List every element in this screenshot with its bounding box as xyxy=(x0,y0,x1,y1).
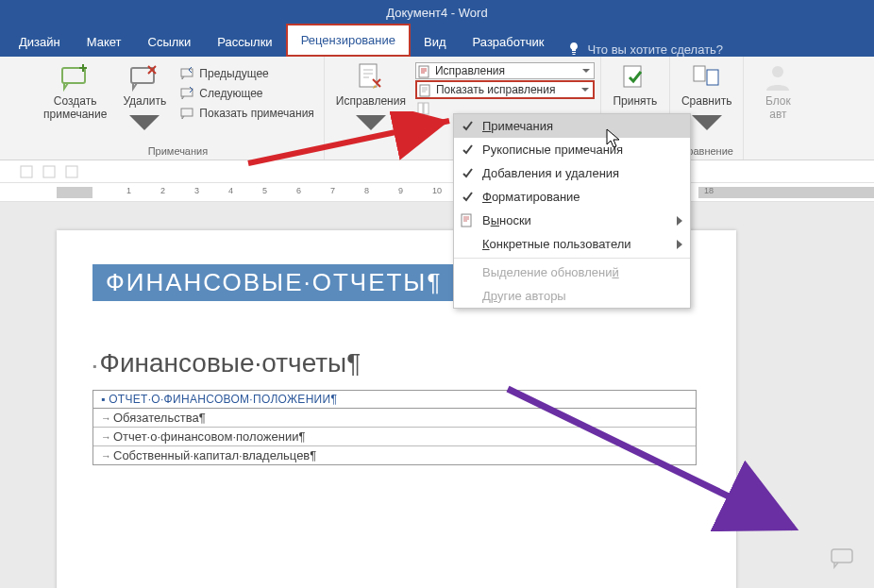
check-icon xyxy=(462,120,475,133)
ruler-mark: 7 xyxy=(330,186,335,195)
comment-delete-icon xyxy=(129,62,160,92)
check-icon xyxy=(462,191,475,204)
tab-references[interactable]: Ссылки xyxy=(135,27,205,57)
show-markup-select[interactable]: Показать исправления xyxy=(415,80,595,99)
show-markup-value: Показать исправления xyxy=(436,83,556,96)
reviewing-pane-select[interactable] xyxy=(415,100,595,102)
track-changes-label: Исправления xyxy=(336,94,406,108)
dropdown-item-label: Рукописные примечания xyxy=(482,143,623,157)
chevron-right-icon xyxy=(677,216,682,226)
tab-developer[interactable]: Разработчик xyxy=(460,27,558,57)
tool-icon[interactable] xyxy=(19,164,34,179)
tab-design[interactable]: Дизайн xyxy=(6,27,74,57)
svg-line-19 xyxy=(508,389,793,528)
next-comment-button[interactable]: Следующее xyxy=(176,84,318,103)
annotation-purple-arrow xyxy=(500,381,812,542)
cursor-icon xyxy=(606,128,623,149)
new-comment-button[interactable]: Создать примечание xyxy=(38,60,112,124)
chevron-down-icon xyxy=(582,67,590,75)
svg-rect-16 xyxy=(66,166,77,177)
ribbon-tabs: Дизайн Макет Ссылки Рассылки Рецензирова… xyxy=(0,25,874,57)
dropdown-item[interactable]: Рукописные примечания xyxy=(454,138,690,161)
block-authors-button[interactable]: Блок авт xyxy=(749,60,806,124)
accept-icon xyxy=(620,62,650,92)
svg-rect-7 xyxy=(420,85,429,96)
ruler-mark: 2 xyxy=(160,186,165,195)
ruler-mark: 18 xyxy=(704,186,714,195)
ruler[interactable]: 123456789101112131415161718 xyxy=(0,183,874,202)
dropdown-item-label: Выделение обновлений xyxy=(482,265,619,279)
doc-icon xyxy=(419,84,432,97)
group-protect: Блок авт xyxy=(744,57,812,160)
page-icon xyxy=(460,213,475,228)
ruler-mark: 3 xyxy=(194,186,199,195)
track-icon xyxy=(356,62,386,92)
comment-prev-icon xyxy=(180,66,195,81)
markup-display-select[interactable]: Исправления xyxy=(415,62,595,79)
prev-comment-button[interactable]: Предыдущее xyxy=(176,64,318,83)
tell-me-text: Что вы хотите сделать? xyxy=(587,42,723,57)
document-area[interactable]: ФИНАНСОВЫЕ·ОТЧЕТЫ¶ ▪ Финансовые·отчеты¶ … xyxy=(0,202,874,588)
annotation-red-arrow xyxy=(244,111,461,168)
svg-rect-6 xyxy=(419,66,429,77)
delete-comment-label: Удалить xyxy=(123,94,166,108)
ruler-mark: 8 xyxy=(364,186,369,195)
svg-rect-15 xyxy=(43,166,55,177)
group-comments-label: Примечания xyxy=(148,143,209,158)
ruler-mark: 4 xyxy=(228,186,233,195)
lightbulb-icon xyxy=(566,42,581,57)
comment-add-icon xyxy=(60,62,91,92)
dropdown-item-label: Выноски xyxy=(482,213,531,227)
svg-rect-4 xyxy=(181,109,193,116)
svg-rect-20 xyxy=(832,549,852,563)
doc-banner: ФИНАНСОВЫЕ·ОТЧЕТЫ¶ xyxy=(92,264,455,301)
doc-heading: ▪ Финансовые·отчеты¶ xyxy=(92,348,736,378)
markup-display-value: Исправления xyxy=(435,64,505,77)
tab-review[interactable]: Рецензирование xyxy=(286,24,411,57)
ruler-mark: 5 xyxy=(262,186,267,195)
new-comment-label: Создать примечание xyxy=(43,94,107,122)
svg-point-13 xyxy=(772,66,783,77)
next-comment-label: Следующее xyxy=(199,87,262,100)
dropdown-item[interactable]: Конкретные пользователи xyxy=(454,232,690,256)
svg-rect-3 xyxy=(181,89,193,96)
dropdown-item[interactable]: Выноски xyxy=(454,209,690,232)
compare-label: Сравнить xyxy=(681,94,731,108)
dropdown-item-label: Добавления и удаления xyxy=(482,166,619,180)
tell-me[interactable]: Что вы хотите сделать? xyxy=(557,42,732,57)
chevron-down-icon xyxy=(692,108,722,138)
prev-comment-label: Предыдущее xyxy=(199,67,268,80)
compare-icon xyxy=(692,62,722,92)
tab-layout[interactable]: Макет xyxy=(74,27,135,57)
person-icon xyxy=(763,62,793,92)
ruler-mark: 6 xyxy=(296,186,301,195)
tool-icon[interactable] xyxy=(42,164,57,179)
tool-icon[interactable] xyxy=(64,164,79,179)
chevron-right-icon xyxy=(677,240,682,249)
ruler-mark: 9 xyxy=(398,186,403,195)
ruler-mark: 10 xyxy=(432,186,442,195)
svg-rect-14 xyxy=(21,166,32,177)
svg-rect-2 xyxy=(181,69,193,76)
chevron-down-icon xyxy=(129,108,160,138)
comment-balloon-icon[interactable] xyxy=(831,548,855,569)
tab-mailings[interactable]: Рассылки xyxy=(204,27,285,57)
svg-line-18 xyxy=(248,121,449,163)
svg-rect-0 xyxy=(62,68,85,83)
doc-lines-icon xyxy=(418,65,431,78)
dropdown-item[interactable]: Примечания xyxy=(454,114,690,138)
delete-comment-button[interactable]: Удалить xyxy=(116,60,173,142)
dropdown-item[interactable]: Добавления и удаления xyxy=(454,161,690,185)
tab-view[interactable]: Вид xyxy=(411,27,460,57)
check-icon xyxy=(462,167,475,180)
dropdown-item[interactable]: Форматирование xyxy=(454,185,690,209)
check-icon xyxy=(462,143,475,157)
titlebar: Документ4 - Word xyxy=(0,0,874,25)
svg-rect-12 xyxy=(707,70,718,85)
dropdown-item-label: Другие авторы xyxy=(482,289,566,303)
dropdown-item: Другие авторы xyxy=(454,284,690,308)
svg-rect-11 xyxy=(694,66,705,81)
comment-show-icon xyxy=(180,106,195,121)
accept-label: Принять xyxy=(613,94,657,108)
svg-rect-5 xyxy=(360,64,377,87)
